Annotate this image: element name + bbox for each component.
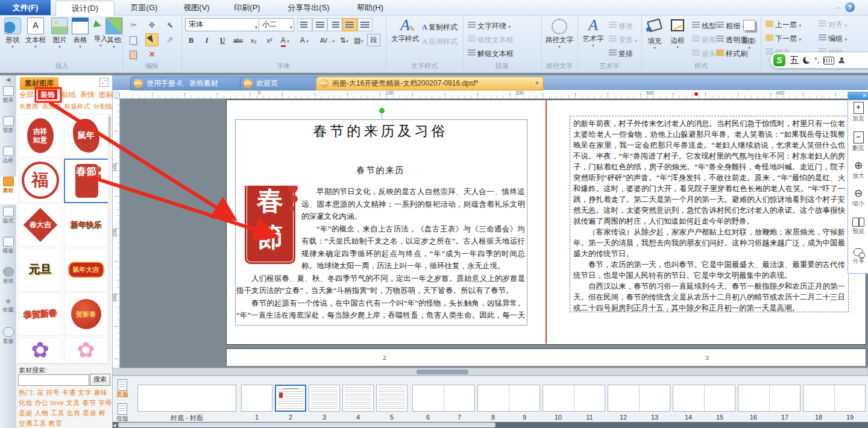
group-objects-button[interactable]: 编组 ▾ <box>819 34 847 44</box>
ime-punct-icon[interactable]: °, <box>814 56 819 65</box>
material-shunian-daji[interactable]: 鼠年大吉 <box>64 248 108 291</box>
ime-moon-icon[interactable] <box>803 57 810 64</box>
ime-keyboard-icon[interactable] <box>823 57 834 65</box>
strikethrough-button[interactable]: abc <box>231 34 245 48</box>
rail-item-shape[interactable]: 形状 <box>0 267 16 295</box>
add-page-button[interactable]: 加页 <box>848 102 868 130</box>
hot-tags-line[interactable]: 交通工具 教育 <box>19 419 63 428</box>
vertical-text-button[interactable]: 竖排 <box>609 49 633 59</box>
rail-item-support[interactable]: 客服 <box>0 327 16 355</box>
scroll-thumb[interactable] <box>417 370 468 374</box>
insert-table-button[interactable]: 表格▾ <box>70 17 90 49</box>
menu-design[interactable]: 设计(D) <box>55 1 115 16</box>
pan-hand-button[interactable]: ✥ <box>145 19 159 32</box>
underline-button[interactable]: U <box>215 34 230 48</box>
rail-item-border[interactable]: 边框 <box>0 146 16 174</box>
char-spacing-button[interactable]: AV↔▾ <box>318 34 337 48</box>
page-view-button[interactable]: 页面 <box>113 379 131 399</box>
underline-color-button[interactable]: A ▾ <box>278 34 292 48</box>
sidebar-scrollbar[interactable] <box>108 114 112 362</box>
wordart-button[interactable]: A 艺术字▾ <box>580 17 606 48</box>
copy-style-button[interactable]: A 复制样式 <box>422 22 458 33</box>
tab-icon[interactable]: 图标 <box>99 90 113 99</box>
material-xinnian[interactable]: 新年快乐 <box>64 203 108 247</box>
border-button[interactable]: 边框▾ <box>667 17 688 50</box>
align-objects-button[interactable]: 对齐 ▾ <box>819 20 847 30</box>
ime-toolbar[interactable]: S 五 °, <box>770 52 868 68</box>
thumb-pages-16-17[interactable] <box>738 385 800 412</box>
paste-button[interactable] <box>127 48 140 61</box>
superscript-button[interactable]: x² <box>262 34 277 48</box>
insert-image-button[interactable]: 图片▾ <box>49 17 70 49</box>
rotate-handle[interactable] <box>379 108 385 113</box>
wordart-modify-button[interactable]: 修改 <box>609 21 633 31</box>
share-button[interactable]: 分享 <box>848 248 868 276</box>
expand-panel-icon[interactable]: ⤢ <box>99 78 108 87</box>
tab-title-style[interactable]: 标题样式 <box>64 102 90 110</box>
menu-print[interactable]: 印刷(P) <box>225 0 269 15</box>
paragraph-dialog-button[interactable]: 段 <box>367 34 380 46</box>
align-distribute-button[interactable] <box>357 18 373 31</box>
delete-page-button[interactable]: 删页 <box>848 131 868 159</box>
close-tab-icon[interactable]: ✕ <box>533 80 541 87</box>
link-textbox-button[interactable]: 链接文本框 <box>468 35 514 45</box>
zoom-out-button[interactable]: ⊖ 缩小 <box>848 187 868 215</box>
zoom-in-button[interactable]: ⊕ 放大 <box>848 159 868 187</box>
menu-share-export[interactable]: 分享导出(S) <box>276 0 341 15</box>
thumb-pages-18-19[interactable] <box>803 385 866 412</box>
subscript-button[interactable]: x₂ <box>247 34 261 48</box>
text-wrap-button[interactable]: 文字环绕 ▾ <box>468 21 511 31</box>
thumb-page-4[interactable] <box>342 385 374 412</box>
right-page-text-frame[interactable]: 的新年前夜，村子外传来乞讨老人的消息。当村民们急于惊慌时，村里只有一位老太婆给老… <box>570 116 849 312</box>
thumb-pages-10-11[interactable] <box>542 385 605 412</box>
hot-tags-line[interactable]: 热门: 花 符号 卡通 文字 趣味 <box>19 388 108 397</box>
align-left-button[interactable] <box>297 18 312 31</box>
scroll-thumb[interactable] <box>118 423 495 427</box>
hot-tags-line[interactable]: 化妆 办公 love 文具 春节 字母 <box>19 398 112 408</box>
thumb-page-2-selected[interactable] <box>275 385 306 412</box>
italic-button[interactable]: I <box>200 34 214 48</box>
font-color-button[interactable]: A ▾ <box>297 34 312 48</box>
shadow-button[interactable]: 阴影▾ <box>740 17 758 51</box>
master-view-button[interactable]: 母版 <box>113 403 131 423</box>
material-fu[interactable]: 福 <box>18 159 62 202</box>
align-center-button[interactable] <box>312 18 327 31</box>
apply-style-button[interactable]: A 应用样式 <box>422 37 458 47</box>
thumbnail-scrollbar[interactable]: ◀ <box>112 422 868 428</box>
help-icon[interactable]: ? <box>845 2 855 12</box>
ime-person-icon[interactable] <box>838 57 844 63</box>
chunjie-stamp-image[interactable]: 春 節 <box>245 186 295 264</box>
panel-close-icon[interactable]: ✕ <box>848 92 868 100</box>
unlink-textbox-button[interactable]: 解链文本框 <box>468 49 514 59</box>
insert-other-button[interactable]: 其他▾ <box>104 17 124 49</box>
next-spread-preview[interactable]: 2 3 <box>226 348 866 366</box>
send-backward-button[interactable]: 下一层 ▾ <box>766 34 801 44</box>
tab-hd[interactable]: 高清图 <box>42 102 61 110</box>
menu-help[interactable]: 帮助(H) <box>348 0 392 15</box>
left-page-body-text[interactable]: 春 節 早期的节日文化，反映的是古人自然崇拜、天人合一、慎终追远、固本思源的人文… <box>236 186 525 323</box>
canvas-horizontal-scrollbar[interactable] <box>112 368 868 376</box>
material-shunian[interactable]: 鼠年 <box>64 114 108 157</box>
doc-tab-3-active[interactable]: DPS 画册-大16开硬壳精装-文档200207-0916.dpsf* ✕ <box>316 77 544 90</box>
copy-button[interactable] <box>127 33 140 46</box>
material-chunjie-selected[interactable]: 春節 <box>64 159 109 203</box>
hot-tags-line[interactable]: 圣诞 人物 工具 生肖 星座 树 <box>19 409 105 418</box>
rail-collapse-icon[interactable]: ◀ <box>0 75 16 84</box>
lasso-button[interactable]: ⬀ <box>163 33 177 46</box>
rail-item-gallery[interactable]: 图库 <box>0 86 16 114</box>
rail-item-material[interactable]: 素材 <box>0 177 16 204</box>
material-jixiangruyi[interactable]: 吉祥如意 <box>18 114 62 157</box>
collapse-ribbon-icon[interactable]: ︿ <box>834 4 843 11</box>
material-flower-purple[interactable]: ✿ <box>18 337 62 363</box>
preview-button[interactable]: 预览 <box>848 218 868 245</box>
tab-sticker[interactable]: 贴纸 <box>61 90 76 99</box>
thumb-pages-6-7[interactable] <box>412 385 475 412</box>
rail-item-template[interactable]: 模板 <box>0 237 16 265</box>
tab-decoration[interactable]: 装饰 <box>38 90 57 99</box>
scroll-left-arrow[interactable]: ◀ <box>113 423 116 428</box>
tab-divider[interactable]: 分割线 <box>93 102 113 110</box>
material-yuandan[interactable]: 元旦 <box>18 248 62 291</box>
rail-item-layout[interactable]: 版式 <box>0 207 16 234</box>
insert-shape-button[interactable]: 形状▾ <box>2 17 23 49</box>
thumb-cover[interactable] <box>137 385 236 412</box>
